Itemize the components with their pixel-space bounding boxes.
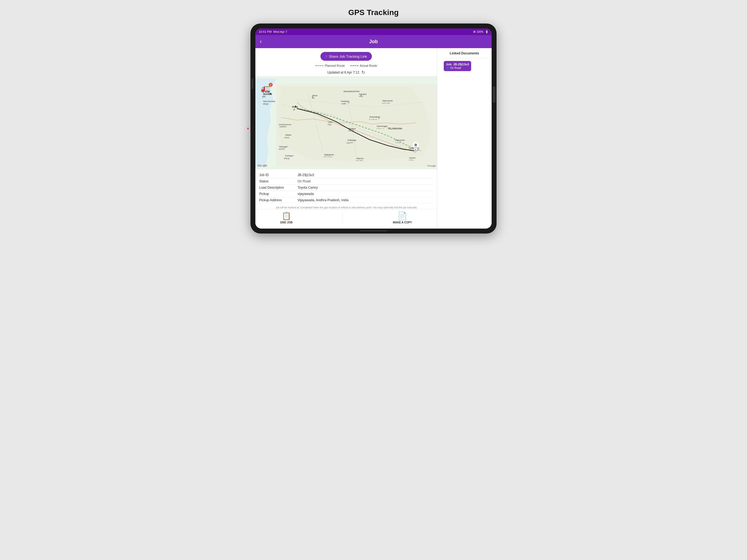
actual-route-legend: Actual Route [350, 64, 377, 67]
svg-text:Satara: Satara [285, 134, 291, 136]
header-title: Job [369, 39, 378, 45]
table-row: Load Description Toyota Camry [259, 184, 433, 191]
actual-route-line [350, 65, 358, 66]
table-row: Pickup Address Vijayawada, Andhra Prades… [259, 197, 433, 203]
svg-text:Raichur: Raichur [357, 157, 364, 160]
share-icon: ↑ [325, 54, 327, 58]
doc-status: 👤 On Road [446, 67, 469, 70]
svg-point-51 [379, 118, 380, 119]
svg-text:Guntur: Guntur [409, 157, 416, 159]
svg-text:पुणे: पुणे [293, 108, 295, 111]
map-svg: Mumbai मुंबई Navi Mumbai नवी मुंबई Pune … [255, 76, 437, 169]
battery-icon: 🔋 [485, 30, 488, 33]
svg-text:TELANGANA: TELANGANA [388, 127, 402, 130]
status-bar: 10:41 PM Wed Apr 7 ⌘ 100% 🔋 [255, 28, 492, 35]
svg-text:Latur: Latur [328, 121, 333, 123]
app-header: ‹ Job [255, 35, 492, 48]
svg-text:सोलापूर: सोलापूर [348, 130, 354, 132]
right-panel: Linked Documents Job: JB-29j13u3 👤 On Ro… [437, 48, 492, 229]
wifi-icon: ⌘ 100% [473, 30, 483, 33]
svg-text:मुंबई: मुंबई [262, 95, 265, 98]
route-legend: Planned Route Actual Route [255, 63, 437, 68]
update-timestamp: Updated at 6 Apr 7:12 [327, 71, 359, 74]
end-job-label: END JOB [280, 221, 292, 224]
make-copy-button[interactable]: 📄 MAKE A COPY [393, 211, 412, 224]
linked-docs-title: Linked Documents [440, 51, 488, 55]
tablet-frame: 10:41 PM Wed Apr 7 ⌘ 100% 🔋 ‹ Job ↑ Shar… [251, 24, 496, 233]
status-time: 10:41 PM Wed Apr 7 [259, 30, 287, 33]
tablet-screen: 10:41 PM Wed Apr 7 ⌘ 100% 🔋 ‹ Job ↑ Shar… [255, 28, 492, 229]
svg-text:Gulbarga: Gulbarga [347, 139, 356, 142]
svg-text:Kolhapur: Kolhapur [285, 154, 294, 157]
google-copyright: ©Google [427, 164, 436, 167]
svg-text:नवी मुंबई: नवी मुंबई [262, 103, 269, 105]
pickup-address-value: Vijayawada, Andhra Pradesh, India [298, 198, 349, 202]
svg-text:ఖమ్మం: ఖమ్మం [395, 142, 401, 144]
svg-text:கலுவர்கி: கலுவர்கி [346, 142, 353, 144]
svg-point-50 [361, 95, 362, 96]
pickup-address-label: Pickup Address [259, 198, 298, 202]
svg-text:Parbhani: Parbhani [341, 100, 350, 103]
load-desc-label: Load Description [259, 186, 298, 189]
status-value: On Road [298, 179, 311, 183]
update-row: Updated at 6 Apr 7:12 ↻ [255, 68, 437, 76]
planned-route-legend: Planned Route [315, 64, 345, 67]
svg-text:बीड: बीड [312, 97, 315, 99]
truck-marker: 🚛 2 [261, 84, 271, 93]
map-container: Mumbai मुंबई Navi Mumbai नवी मुंबई Pune … [255, 76, 437, 169]
svg-point-47 [295, 105, 297, 107]
completion-notice: Job will be marked as 'Completed' when t… [255, 205, 437, 209]
svg-point-48 [312, 96, 313, 97]
google-logo: Google [258, 164, 267, 167]
truck-badge: 2 [269, 83, 273, 87]
doc-status-label: On Road [450, 67, 461, 70]
make-copy-label: MAKE A COPY [393, 221, 412, 224]
status-label: Status [259, 179, 298, 183]
planned-route-line [315, 65, 324, 66]
side-button-left [252, 78, 253, 89]
svg-text:Solapur: Solapur [349, 127, 356, 130]
svg-text:Nanded: Nanded [359, 93, 366, 96]
share-button-label: Share Job Tracking Link [329, 54, 367, 58]
svg-text:Khammam: Khammam [395, 139, 405, 142]
svg-text:महाबळेश्वर: महाबळेश्वर [279, 126, 287, 128]
svg-text:1: 1 [415, 148, 416, 151]
refresh-icon[interactable]: ↻ [361, 70, 365, 75]
linked-doc-card[interactable]: Job: JB-29j13u3 👤 On Road [444, 61, 471, 71]
svg-text:MAHARASHTRA: MAHARASHTRA [344, 90, 360, 93]
share-job-tracking-button[interactable]: ↑ Share Job Tracking Link [320, 52, 372, 61]
job-id-value: JB-29j13u3 [298, 173, 314, 177]
end-job-button[interactable]: 📋 END JOB [280, 211, 292, 224]
table-row: Job ID JB-29j13u3 [259, 172, 433, 178]
svg-text:Mahabaleshwar: Mahabaleshwar [279, 124, 292, 126]
svg-text:Mancherial: Mancherial [383, 100, 393, 102]
back-button[interactable]: ‹ [260, 39, 262, 45]
svg-text:గుంటూరు: గుంటూరు [409, 159, 414, 161]
svg-text:Karimnagar: Karimnagar [377, 125, 388, 127]
svg-text:ವಿಜಯಪುರ: ವಿಜಯಪುರ [324, 156, 333, 158]
make-copy-icon: 📄 [397, 211, 407, 221]
svg-text:कोल्हापूर: कोल्हापूर [284, 157, 290, 160]
svg-text:⊕: ⊕ [414, 143, 417, 147]
job-id-label: Job ID [259, 173, 298, 177]
svg-text:నిజామాబాద్: నిజామాబాద్ [369, 119, 378, 121]
left-panel: ↑ Share Job Tracking Link Planned Route … [255, 48, 437, 229]
svg-text:Vijayapura: Vijayapura [324, 153, 334, 156]
svg-text:Beed: Beed [312, 94, 317, 97]
end-job-icon: 📋 [282, 211, 291, 221]
svg-text:सातारा: सातारा [284, 137, 289, 138]
planned-route-label: Planned Route [325, 64, 345, 67]
svg-text:Nizamabad: Nizamabad [369, 116, 380, 118]
page-title: GPS Tracking [349, 8, 398, 17]
side-button-right [493, 86, 495, 103]
svg-text:కరీంనగర్: కరీంనగర్ [376, 128, 385, 130]
main-content: ↑ Share Job Tracking Link Planned Route … [255, 48, 492, 229]
bottom-bar: 📋 END JOB 📄 MAKE A COPY [255, 209, 437, 227]
actual-route-label: Actual Route [360, 64, 377, 67]
svg-text:Ratnagiri: Ratnagiri [279, 146, 288, 148]
svg-text:रत्नागिरी: रत्नागिरी [278, 148, 285, 150]
job-details: Job ID JB-29j13u3 Status On Road Load De… [255, 169, 437, 205]
svg-text:Navi Mumbai: Navi Mumbai [263, 100, 275, 103]
pickup-label: Pickup [259, 192, 298, 196]
status-right: ⌘ 100% 🔋 [473, 30, 488, 33]
